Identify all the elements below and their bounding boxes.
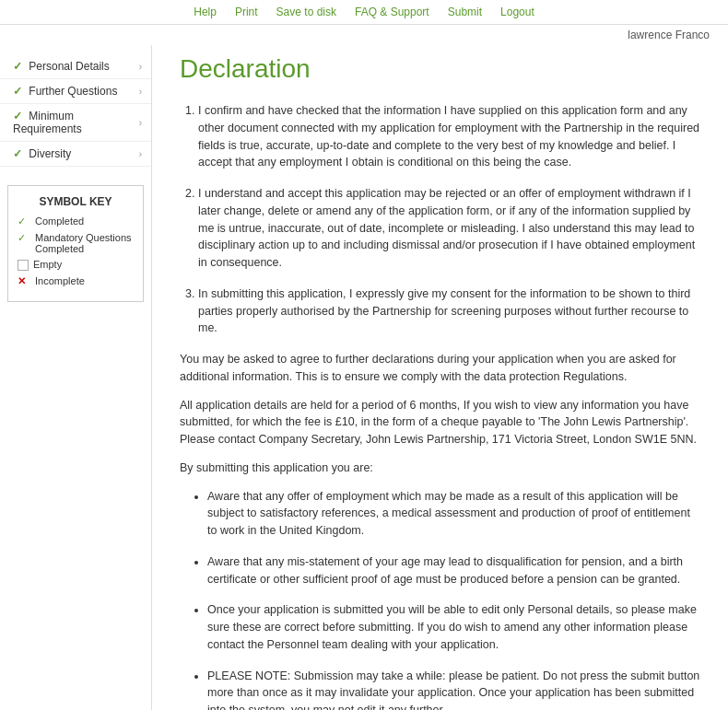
incomplete-x-icon: ✕ — [18, 275, 30, 287]
bullet-item-3: Once your application is submitted you w… — [207, 601, 700, 653]
help-link[interactable]: Help — [194, 6, 217, 18]
chevron-right-icon: › — [139, 62, 142, 72]
sidebar-item-label: ✓ Minimum Requirements — [13, 110, 139, 135]
declaration-body: I confirm and have checked that the info… — [180, 102, 700, 710]
check-icon: ✓ — [13, 147, 22, 160]
chevron-right-icon: › — [139, 87, 142, 97]
sidebar-item-label: ✓ Personal Details — [13, 60, 110, 73]
sidebar-item-label: ✓ Further Questions — [13, 85, 117, 98]
paragraph-1: You may be asked to agree to further dec… — [180, 351, 700, 386]
faq-link[interactable]: FAQ & Support — [355, 6, 429, 18]
check-icon: ✓ — [13, 110, 22, 122]
logout-link[interactable]: Logout — [500, 6, 534, 18]
symbol-key: SYMBOL KEY ✓ Completed ✓ Mandatory Quest… — [7, 185, 144, 302]
sidebar-item-personal-details[interactable]: ✓ Personal Details › — [0, 54, 151, 79]
symbol-key-title: SYMBOL KEY — [18, 195, 134, 208]
declaration-item-2: I understand and accept this application… — [198, 185, 700, 272]
check-icon: ✓ — [13, 85, 22, 98]
empty-icon — [18, 260, 29, 271]
declaration-item-3: In submitting this application, I expres… — [198, 285, 700, 337]
bullet-item-1: Aware that any offer of employment which… — [207, 488, 700, 540]
sidebar-item-diversity[interactable]: ✓ Diversity › — [0, 142, 151, 167]
sidebar: ✓ Personal Details › ✓ Further Questions… — [0, 45, 152, 710]
save-to-disk-link[interactable]: Save to disk — [276, 6, 336, 18]
check-icon: ✓ — [13, 60, 22, 73]
main-content: Declaration I confirm and have checked t… — [152, 45, 728, 710]
symbol-key-completed: ✓ Completed — [18, 215, 134, 227]
print-link[interactable]: Print — [235, 6, 258, 18]
bullet-item-4: PLEASE NOTE: Submission may take a while… — [207, 668, 700, 711]
mandatory-check-icon: ✓ — [18, 232, 30, 244]
completed-check-icon: ✓ — [18, 215, 30, 227]
chevron-right-icon: › — [139, 149, 142, 159]
symbol-key-mandatory: ✓ Mandatory QuestionsCompleted — [18, 232, 134, 254]
sidebar-item-label: ✓ Diversity — [13, 147, 71, 160]
sidebar-item-minimum-requirements[interactable]: ✓ Minimum Requirements › — [0, 104, 151, 142]
symbol-key-incomplete: ✕ Incomplete — [18, 275, 134, 287]
paragraph-3: By submitting this application you are: — [180, 460, 700, 477]
symbol-key-empty: Empty — [18, 259, 134, 271]
paragraph-2: All application details are held for a p… — [180, 397, 700, 448]
top-navigation: Help Print Save to disk FAQ & Support Su… — [0, 0, 728, 25]
bullet-list: Aware that any offer of employment which… — [180, 488, 700, 711]
bullet-item-2: Aware that any mis-statement of your age… — [207, 553, 700, 588]
sidebar-item-further-questions[interactable]: ✓ Further Questions › — [0, 79, 151, 104]
declaration-item-1: I confirm and have checked that the info… — [198, 102, 700, 171]
page-title: Declaration — [180, 54, 700, 84]
submit-link[interactable]: Submit — [448, 6, 482, 18]
user-info: lawrence Franco — [0, 25, 728, 45]
chevron-right-icon: › — [139, 118, 142, 128]
numbered-list: I confirm and have checked that the info… — [180, 102, 700, 337]
